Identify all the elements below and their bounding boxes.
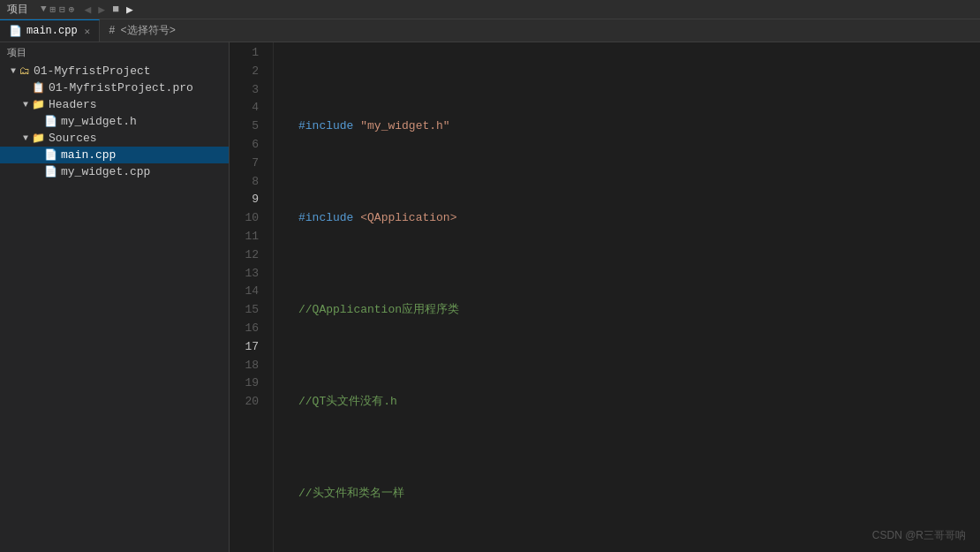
link-icon[interactable]: ⊞ (50, 4, 57, 15)
project-icon: 🗂 (19, 64, 30, 78)
project-name: 01-MyfristProject (34, 64, 151, 78)
tab-symbol: <选择符号> (120, 23, 175, 38)
fold-5 (286, 488, 298, 502)
headers-folder-icon: 📁 (32, 98, 45, 111)
pro-file-icon: 📋 (32, 81, 45, 95)
code-line-3: //QApplicantion应用程序类 (286, 301, 980, 320)
ln-19: 19 (230, 374, 264, 393)
source-file2: my_widget.cpp (61, 165, 150, 178)
fold-2 (286, 212, 298, 226)
headers-folder: Headers (49, 98, 97, 111)
tree-item-main-cpp[interactable]: 📄 main.cpp (0, 147, 229, 163)
ln-14: 14 (230, 283, 264, 301)
code-line-5: //头文件和类名一样 (286, 485, 980, 503)
main-cpp-icon: 📄 (44, 148, 57, 162)
tree-item-headers[interactable]: ▼ 📁 Headers (0, 96, 229, 113)
title-bar: 项目 ▼ ⊞ ⊟ ⊕ ◀ ▶ ■ ▶ (0, 0, 980, 19)
fold-3 (286, 304, 298, 318)
line-numbers: 1 2 3 4 5 6 7 8 9 10 11 12 13 14 15 16 1… (230, 42, 274, 552)
nav-fwd-btn[interactable]: ▶ (95, 3, 108, 17)
nav-run-btn[interactable]: ▶ (124, 3, 136, 17)
tab-close-icon[interactable]: ✕ (85, 26, 91, 37)
ln-5: 5 (230, 117, 264, 136)
ln-1: 1 (230, 44, 264, 63)
code-line-1: #include "my_widget.h" (286, 117, 980, 136)
ln-9: 9 (230, 191, 264, 209)
editor[interactable]: 1 2 3 4 5 6 7 8 9 10 11 12 13 14 15 16 1… (230, 42, 980, 552)
sidebar-header: 项目 (0, 42, 229, 63)
ln-6: 6 (230, 136, 264, 155)
tree-item-project[interactable]: ▼ 🗂 01-MyfristProject (0, 63, 229, 79)
sidebar: 项目 ▼ 🗂 01-MyfristProject 📋 01-MyfristPro… (0, 42, 230, 552)
ln-11: 11 (230, 228, 264, 246)
project-label: 项目 (7, 2, 28, 17)
tab-filename: main.cpp (26, 25, 78, 37)
filter-icon[interactable]: ▼ (41, 4, 47, 15)
tree-item-pro[interactable]: 📋 01-MyfristProject.pro (0, 79, 229, 96)
code-body[interactable]: #include "my_widget.h" #include <QApplic… (274, 42, 980, 552)
ln-4: 4 (230, 99, 264, 117)
source-file1: main.cpp (61, 148, 116, 162)
nav-back-btn[interactable]: ◀ (81, 3, 94, 17)
watermark: CSDN @R三哥哥呐 (872, 528, 966, 543)
tree-item-my-widget-h[interactable]: 📄 my_widget.h (0, 113, 229, 130)
expand-icon[interactable]: ⊕ (69, 4, 75, 15)
sidebar-title: 项目 (7, 46, 26, 59)
header-file: my_widget.h (61, 115, 137, 128)
ln-18: 18 (230, 357, 264, 375)
sync-icon[interactable]: ⊟ (59, 4, 65, 15)
ln-20: 20 (230, 393, 264, 412)
code-container: 1 2 3 4 5 6 7 8 9 10 11 12 13 14 15 16 1… (230, 42, 980, 552)
tree-item-sources[interactable]: ▼ 📁 Sources (0, 130, 229, 147)
tab-file-icon: 📄 (9, 25, 22, 38)
widget-cpp-icon: 📄 (44, 165, 57, 178)
fold-1 (286, 120, 298, 134)
tab-hash: # (109, 25, 115, 37)
title-bar-nav: ◀ ▶ ■ ▶ (81, 3, 135, 17)
title-bar-left: 项目 ▼ ⊞ ⊟ ⊕ (7, 2, 74, 17)
project-file: 01-MyfristProject.pro (49, 81, 193, 95)
title-bar-icons: ▼ ⊞ ⊟ ⊕ (41, 4, 74, 15)
ln-10: 10 (230, 209, 264, 228)
headers-arrow: ▼ (19, 100, 32, 110)
ln-12: 12 (230, 246, 264, 265)
sources-folder: Sources (49, 132, 97, 145)
tab-main-cpp[interactable]: 📄 main.cpp ✕ (0, 19, 100, 42)
code-line-4: //QT头文件没有.h (286, 393, 980, 412)
ln-3: 3 (230, 81, 264, 100)
tab-bar: 📄 main.cpp ✕ # <选择符号> (0, 19, 980, 42)
ln-2: 2 (230, 63, 264, 81)
fold-4 (286, 396, 298, 410)
sources-arrow: ▼ (19, 133, 32, 143)
main-layout: 项目 ▼ 🗂 01-MyfristProject 📋 01-MyfristPro… (0, 42, 980, 552)
ln-13: 13 (230, 265, 264, 284)
code-line-2: #include <QApplication> (286, 209, 980, 228)
sources-folder-icon: 📁 (32, 132, 45, 145)
h-file-icon: 📄 (44, 115, 57, 128)
ln-16: 16 (230, 320, 264, 338)
ln-8: 8 (230, 173, 264, 192)
project-arrow: ▼ (7, 66, 19, 76)
tree-item-my-widget-cpp[interactable]: 📄 my_widget.cpp (0, 163, 229, 180)
ln-17: 17 (230, 338, 264, 357)
ln-15: 15 (230, 301, 264, 320)
ln-7: 7 (230, 155, 264, 173)
nav-stop-btn[interactable]: ■ (109, 3, 122, 16)
